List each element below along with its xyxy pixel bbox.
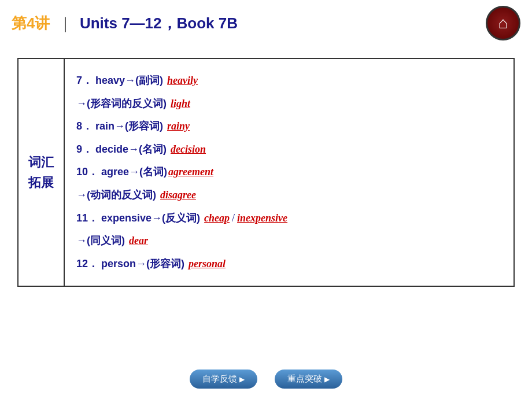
units-title: Units 7—12，Book 7B [80,14,238,32]
answer-inexpensive: inexpensive [237,207,287,230]
item-num: 8． [76,115,93,138]
list-item: →(同义词) dear [76,230,502,253]
item-text: →(动词的反义词) [76,184,159,207]
self-review-button[interactable]: 自学反馈 ▶ [190,370,257,389]
home-button[interactable]: ⌂ [486,6,520,40]
answer-heavily: heavily [167,69,198,93]
key-points-button[interactable]: 重点突破 ▶ [275,370,342,389]
list-item: →(动词的反义词) disagree [76,184,502,207]
item-num: 7． [76,69,93,93]
item-num: 11． [76,207,98,230]
page-title: 第4讲 ｜ Units 7—12，Book 7B [12,13,238,34]
answer-light: light [171,93,190,116]
list-item: 11． expensive→(反义词) cheap / inexpensive [76,207,502,230]
arrow-icon: ▶ [239,375,245,383]
vocab-content: 7． heavy→(副词) heavily →(形容词的反义词) light 8… [65,59,513,286]
answer-personal: personal [189,253,226,276]
item-num: 12． [76,253,98,276]
main-content: 词汇拓展 7． heavy→(副词) heavily →(形容词的反义词) li… [0,40,532,293]
home-icon: ⌂ [498,15,508,31]
arrow-icon: ▶ [324,375,330,383]
item-text: →(同义词) [76,230,128,253]
item-num: 10． [76,161,98,184]
item-text: →(形容词的反义词) [76,93,169,116]
answer-agreement: agreement [168,161,213,184]
item-text: expensive→(反义词) [98,207,203,230]
answer-dear: dear [129,230,148,253]
item-text: decide→(名词) [93,138,169,161]
list-item: →(形容词的反义词) light [76,93,502,116]
answer-decision: decision [171,138,206,161]
key-points-label: 重点突破 [287,374,322,385]
list-item: 7． heavy→(副词) heavily [76,69,502,93]
item-text: rain→(形容词) [93,115,166,138]
bottom-bar: 自学反馈 ▶ 重点突破 ▶ [0,370,532,389]
separator: / [232,207,235,230]
list-item: 12． person→(形容词) personal [76,253,502,276]
pipe-separator: ｜ [58,14,72,32]
header: 第4讲 ｜ Units 7—12，Book 7B ⌂ [0,0,532,40]
list-item: 10． agree→(名词) agreement [76,161,502,184]
item-text: agree→(名词) [98,161,167,184]
answer-cheap: cheap [204,207,230,230]
answer-disagree: disagree [160,184,196,207]
item-text: person→(形容词) [98,253,187,276]
lecture-number: 第4讲 [12,14,50,32]
self-review-label: 自学反馈 [202,374,237,385]
vocab-table: 词汇拓展 7． heavy→(副词) heavily →(形容词的反义词) li… [17,58,515,287]
item-num: 9． [76,138,93,161]
item-text: heavy→(副词) [93,69,166,93]
answer-rainy: rainy [167,115,190,138]
list-item: 9． decide→(名词) decision [76,138,502,161]
list-item: 8． rain→(形容词) rainy [76,115,502,138]
vocab-label: 词汇拓展 [19,59,65,286]
